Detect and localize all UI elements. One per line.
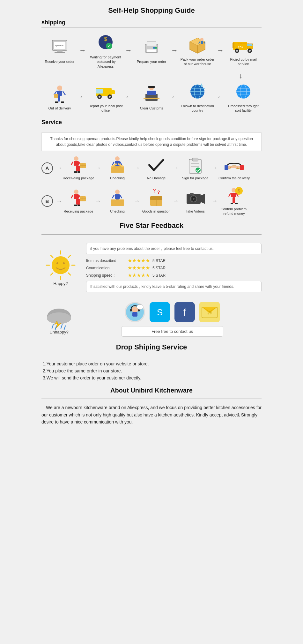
arrow-r2: ← bbox=[125, 93, 132, 101]
svg-point-28 bbox=[236, 50, 238, 52]
sun-happy-icon bbox=[45, 249, 77, 281]
flow-label-destination: Folown to destination country bbox=[180, 104, 215, 113]
stars-described: ★★★★★ bbox=[128, 258, 150, 264]
service-label-a-check: Checking bbox=[110, 176, 125, 180]
star-count-communication: 5 STAR bbox=[152, 266, 166, 270]
svg-line-36 bbox=[63, 91, 65, 95]
flow-item-depart: Depart your local post office bbox=[88, 81, 123, 113]
svg-rect-94 bbox=[74, 194, 79, 199]
star-count-described: 5 STAR bbox=[152, 258, 166, 263]
step-b-circle: B bbox=[41, 195, 53, 207]
svg-rect-11 bbox=[147, 49, 156, 52]
customs-icon bbox=[140, 84, 163, 104]
happy-label: Happy? bbox=[54, 281, 68, 286]
svg-point-117 bbox=[193, 198, 195, 200]
svg-marker-119 bbox=[201, 194, 205, 204]
svg-line-136 bbox=[51, 273, 53, 275]
sb-arrow1: → bbox=[95, 198, 101, 205]
svg-line-124 bbox=[229, 193, 231, 197]
svg-line-145 bbox=[52, 325, 53, 328]
main-title: Self-Help Shopping Guide bbox=[41, 6, 262, 15]
shipping-row1: apeman Receive your order → $ ✓ Waiting … bbox=[41, 33, 262, 69]
unhappy-row: Unhappy? bbox=[41, 302, 262, 337]
service-label-b-check: Checking bbox=[110, 209, 125, 213]
svg-rect-98 bbox=[74, 205, 77, 206]
flow-label-receive: Receive your order bbox=[45, 59, 75, 64]
service-label-b-receive: Receiving package bbox=[64, 209, 93, 213]
contact-area: ... S f bbox=[83, 302, 262, 337]
service-label-a-receive: Receiveing package bbox=[63, 176, 94, 180]
svg-rect-87 bbox=[192, 158, 198, 161]
svg-rect-104 bbox=[115, 194, 120, 199]
unhappy-left: Unhappy? bbox=[41, 304, 77, 334]
checkmark-icon bbox=[146, 155, 166, 175]
service-note: Thanks for choosing apeman products.Plea… bbox=[41, 132, 262, 151]
drop-item-3: 3,We will send the order to your custome… bbox=[41, 375, 262, 380]
arrow3: → bbox=[171, 46, 178, 55]
service-row-a: A → bbox=[41, 155, 262, 180]
svg-rect-97 bbox=[76, 199, 80, 205]
svg-rect-128 bbox=[235, 203, 238, 204]
arrow4: → bbox=[217, 46, 224, 55]
svg-text:?: ? bbox=[157, 190, 160, 195]
svg-line-70 bbox=[71, 162, 73, 165]
svg-rect-39 bbox=[55, 101, 58, 103]
flow-label-payment: Waiting for payment realeased by Aliexpr… bbox=[88, 55, 123, 69]
service-item-b-question: ? ? Goods in question bbox=[140, 189, 172, 213]
facebook-icon: f bbox=[174, 302, 195, 322]
drop-shipping-section: Drop Shiping Service 1,Your customer pla… bbox=[41, 343, 262, 380]
svg-text:EXPRESS: EXPRESS bbox=[238, 42, 249, 45]
svg-point-46 bbox=[109, 96, 111, 98]
service-item-a-confirm: Confirm the delivery bbox=[218, 155, 250, 180]
rating-label-shipping: Shipping speed : bbox=[86, 273, 128, 278]
svg-rect-10 bbox=[147, 41, 156, 46]
arrow-r1: ← bbox=[79, 93, 86, 101]
speech-bubble-text: if you have any problems about the order… bbox=[86, 243, 262, 254]
flow-item-pack: Pack your order order at our warehouse bbox=[180, 35, 215, 66]
globe2-icon bbox=[232, 81, 255, 102]
handshake-icon bbox=[224, 155, 244, 175]
svg-rect-126 bbox=[233, 197, 235, 203]
man-open-a-icon bbox=[107, 155, 128, 175]
svg-rect-42 bbox=[96, 89, 103, 94]
flow-label-out-delivery: Out of delivery bbox=[48, 106, 71, 110]
svg-rect-83 bbox=[111, 166, 124, 173]
svg-point-19 bbox=[200, 38, 203, 41]
svg-point-103 bbox=[115, 190, 120, 194]
flow-item-receive: apeman Receive your order bbox=[42, 37, 77, 64]
svg-text:S: S bbox=[157, 307, 163, 317]
svg-rect-20 bbox=[201, 41, 203, 44]
flow-item-payment: $ ✓ Waiting for payment realeased by Ali… bbox=[88, 33, 123, 69]
arrow1: → bbox=[79, 46, 86, 55]
svg-text:f: f bbox=[183, 307, 186, 318]
service-label-b-confirm: Confirm problem, refund money bbox=[218, 207, 250, 216]
printer-icon bbox=[140, 37, 163, 57]
man-box-a-icon bbox=[68, 155, 89, 175]
feedback-content: if you have any problems about the order… bbox=[86, 243, 262, 292]
flow-item-customs: Clear Customs bbox=[134, 84, 169, 110]
sa-arrow1: → bbox=[95, 165, 101, 171]
svg-rect-51 bbox=[144, 98, 159, 99]
step-a-circle: A bbox=[41, 162, 53, 174]
svg-point-33 bbox=[57, 86, 62, 91]
svg-line-133 bbox=[51, 255, 53, 258]
service-row-b: B → bbox=[41, 186, 262, 216]
svg-line-105 bbox=[112, 195, 114, 198]
svg-rect-73 bbox=[74, 171, 77, 173]
svg-rect-92 bbox=[240, 165, 244, 170]
svg-marker-61 bbox=[201, 83, 203, 86]
flow-label-pack: Pack your order order at our warehouse bbox=[180, 57, 215, 66]
svg-rect-118 bbox=[190, 193, 194, 195]
flow-label-prepare: Prepare your order bbox=[137, 59, 166, 64]
service-label-a-nodamage: No Damage bbox=[147, 176, 166, 180]
svg-rect-72 bbox=[76, 166, 80, 171]
svg-point-12 bbox=[153, 47, 155, 49]
service-item-a-nodamage: No Damage bbox=[140, 155, 172, 180]
svg-point-44 bbox=[99, 96, 100, 98]
flow-label-depart: Depart your local post office bbox=[88, 104, 123, 113]
contact-free-text: Free free to contact us bbox=[121, 326, 223, 337]
flow-item-destination: Folown to destination country bbox=[180, 81, 215, 113]
flow-item-prepare: Prepare your order bbox=[134, 37, 169, 64]
service-label-a-confirm: Confirm the delivery bbox=[218, 176, 250, 180]
svg-point-139 bbox=[63, 262, 65, 264]
